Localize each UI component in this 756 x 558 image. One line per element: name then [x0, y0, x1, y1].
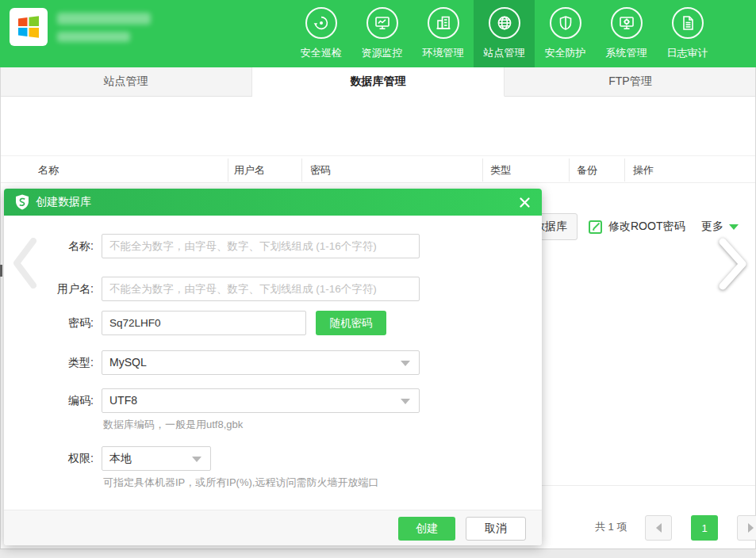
left-edge-mark	[0, 265, 2, 277]
tab-ftp-management[interactable]: FTP管理	[505, 67, 756, 97]
windows-logo-icon	[17, 15, 40, 39]
nav-item-environment[interactable]: 环境管理	[413, 0, 474, 67]
nav-item-site-management[interactable]: 站点管理	[474, 0, 535, 67]
encoding-select[interactable]: UTF8	[102, 388, 420, 413]
nav-label: 日志审计	[657, 46, 718, 60]
pagination-prev-button[interactable]	[645, 515, 672, 541]
permission-select[interactable]: 本地	[102, 446, 211, 471]
pagination-total: 共 1 项	[595, 520, 627, 534]
chevron-down-icon	[729, 224, 739, 230]
column-header-backup: 备份	[577, 156, 597, 184]
secondary-tabs: 站点管理 数据库管理 FTP管理	[0, 67, 756, 97]
nav-item-log-audit[interactable]: 日志审计	[657, 0, 718, 67]
prev-slide-chevron-icon[interactable]	[11, 238, 40, 292]
modify-root-label: 修改ROOT密码	[608, 220, 685, 234]
permission-field-label: 权限:	[6, 446, 94, 471]
environment-icon	[428, 7, 459, 39]
more-label: 更多	[701, 220, 723, 234]
permission-select-value: 本地	[109, 452, 132, 464]
nav-item-system-management[interactable]: 系统管理	[596, 0, 657, 67]
dialog-footer: 创建 取消	[4, 510, 542, 545]
dialog-title: 创建数据库	[36, 195, 91, 209]
nav-item-security-patrol[interactable]: 安全巡检	[290, 0, 351, 67]
type-field-label: 类型:	[6, 350, 94, 375]
chevron-down-icon	[192, 457, 201, 462]
encoding-field-label: 编码:	[6, 388, 94, 413]
close-icon[interactable]	[518, 196, 531, 208]
column-divider	[624, 159, 625, 182]
more-button[interactable]: 更多	[701, 213, 739, 240]
chevron-left-icon	[656, 523, 662, 533]
chevron-down-icon	[401, 361, 410, 366]
random-password-button[interactable]: 随机密码	[316, 311, 386, 335]
nav-label: 安全防护	[535, 46, 596, 60]
create-database-dialog: 创建数据库 名称: 用户名: 密码: 随机密码 类型: MySQL 编码: UT…	[4, 189, 542, 545]
column-divider	[228, 159, 228, 182]
shield-icon	[550, 7, 581, 39]
patrol-icon	[305, 7, 337, 39]
windows-logo	[10, 8, 48, 46]
window-left-border	[0, 67, 1, 548]
dialog-header: 创建数据库	[4, 189, 542, 216]
window-bottom-strip	[0, 548, 756, 558]
column-divider	[482, 159, 483, 182]
log-document-icon	[672, 7, 704, 39]
type-select-value: MySQL	[109, 356, 147, 369]
toolbar: 创建数据库 修改ROOT密码 更多	[0, 97, 756, 155]
permission-hint: 可指定具体机器IP，或所有IP(%),远程访问需防火墙开放端口	[103, 476, 378, 490]
column-header-password: 密码	[310, 156, 331, 184]
modify-root-password-button[interactable]: 修改ROOT密码	[589, 213, 685, 240]
column-header-type: 类型	[490, 156, 511, 184]
app-shield-logo-icon	[15, 194, 29, 210]
username-input[interactable]	[102, 277, 420, 301]
main-nav: 安全巡检 资源监控	[290, 0, 718, 67]
table-bottom-border	[542, 485, 756, 486]
next-slide-chevron-icon[interactable]	[716, 237, 750, 294]
nav-item-resource-monitor[interactable]: 资源监控	[351, 0, 413, 67]
tab-database-management[interactable]: 数据库管理	[252, 67, 505, 97]
column-divider	[301, 159, 302, 182]
password-field-label: 密码:	[6, 311, 94, 335]
name-input[interactable]	[102, 234, 420, 258]
column-header-username: 用户名	[234, 156, 265, 184]
nav-label: 资源监控	[351, 46, 413, 60]
column-header-name: 名称	[38, 156, 59, 184]
pencil-icon	[589, 220, 602, 234]
nav-item-security-protection[interactable]: 安全防护	[535, 0, 596, 67]
app-window: 安全巡检 资源监控	[0, 0, 756, 558]
password-input[interactable]	[102, 311, 306, 335]
table-header: 名称 用户名 密码 类型 备份 操作	[0, 155, 756, 183]
tab-site-management[interactable]: 站点管理	[0, 67, 252, 97]
topbar: 安全巡检 资源监控	[0, 0, 756, 67]
pagination-page-1-button[interactable]: 1	[691, 515, 718, 541]
chevron-right-icon	[748, 523, 754, 533]
cancel-button[interactable]: 取消	[466, 517, 526, 541]
system-gear-icon	[611, 7, 643, 39]
brand-name-redacted	[57, 13, 151, 25]
column-divider	[569, 159, 570, 182]
pagination-next-button[interactable]	[737, 515, 756, 541]
create-button[interactable]: 创建	[398, 517, 455, 541]
column-header-actions: 操作	[633, 156, 654, 184]
encoding-select-value: UTF8	[109, 394, 137, 407]
globe-icon	[489, 7, 520, 39]
nav-label: 环境管理	[413, 46, 474, 60]
nav-label: 安全巡检	[290, 46, 351, 60]
encoding-hint: 数据库编码，一般是用utf8,gbk	[103, 418, 243, 432]
brand-subtitle-redacted	[57, 32, 130, 42]
nav-label: 站点管理	[474, 46, 535, 60]
resource-monitor-icon	[366, 7, 398, 39]
chevron-down-icon	[401, 399, 410, 404]
nav-label: 系统管理	[596, 46, 657, 60]
type-select[interactable]: MySQL	[102, 350, 420, 375]
